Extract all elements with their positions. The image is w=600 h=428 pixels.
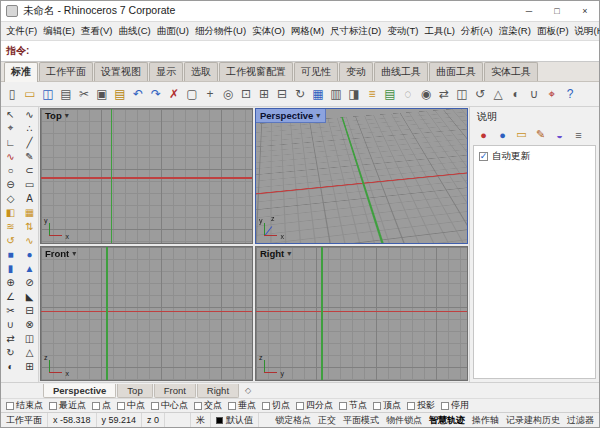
toggle-gumball[interactable]: 操作轴	[472, 414, 499, 427]
toggle-smarttrack[interactable]: 智慧轨迹	[429, 414, 465, 427]
layers-icon[interactable]: ≡	[363, 84, 381, 105]
paste-icon[interactable]: ▤	[111, 84, 129, 105]
boolean-union-icon[interactable]: ⊕	[2, 276, 19, 289]
osnap-knot[interactable]: 节点	[339, 399, 367, 412]
zoom-window-icon[interactable]: ⊡	[237, 84, 255, 105]
osnap-toggle-icon[interactable]: ⌖	[543, 84, 561, 105]
text-icon[interactable]: A	[21, 192, 38, 205]
cut-icon[interactable]: ✂	[75, 84, 93, 105]
copy-objects-icon[interactable]: ◫	[453, 84, 471, 105]
viewport-right-canvas[interactable]	[256, 247, 467, 381]
viewport-front-canvas[interactable]	[41, 247, 252, 381]
osnap-center[interactable]: 中心点	[151, 399, 188, 412]
menu-curve[interactable]: 曲线(C)	[115, 23, 153, 40]
osnap-intersection[interactable]: 交点	[194, 399, 222, 412]
delete-icon[interactable]: ✗	[165, 84, 183, 105]
viewport-top-canvas[interactable]	[41, 109, 252, 243]
maximize-button[interactable]: □	[543, 1, 571, 21]
ellipse-icon[interactable]: ⊖	[2, 178, 19, 191]
box-icon[interactable]: ■	[2, 248, 19, 261]
viewport-front[interactable]: Front ▾ z x	[40, 246, 253, 382]
help-folder-icon[interactable]: ▭	[514, 127, 529, 142]
open-file-icon[interactable]: ▭	[21, 84, 39, 105]
move-icon[interactable]: ⇄	[2, 332, 19, 345]
osnap-project[interactable]: 投影	[407, 399, 435, 412]
tab-standard[interactable]: 标准	[4, 62, 38, 82]
revolve-icon[interactable]: ↺	[2, 234, 19, 247]
menu-render[interactable]: 渲染(R)	[496, 23, 534, 40]
tab-curve-tools[interactable]: 曲线工具	[374, 62, 428, 81]
curve-icon[interactable]: ∿	[2, 150, 19, 163]
display-mode-icon[interactable]: ◨	[345, 84, 363, 105]
tab-cplane[interactable]: 工作平面	[39, 62, 93, 81]
tab-transform[interactable]: 变动	[339, 62, 373, 81]
surface-3pt-icon[interactable]: ◧	[2, 206, 19, 219]
mirror-icon[interactable]: ◐	[507, 84, 525, 105]
tab-visibility[interactable]: 可见性	[294, 62, 338, 81]
osnap-tangent[interactable]: 切点	[262, 399, 290, 412]
points-icon[interactable]: ∴	[21, 122, 38, 135]
osnap-end[interactable]: 结束点	[6, 399, 43, 412]
cylinder-icon[interactable]: ▮	[2, 262, 19, 275]
vptab-perspective[interactable]: Perspective	[43, 384, 116, 398]
arc-icon[interactable]: ⊂	[21, 164, 38, 177]
osnap-near[interactable]: 最近点	[49, 399, 86, 412]
new-viewport-tab-icon[interactable]: ◇	[240, 386, 256, 395]
hide-objects-icon[interactable]: ◌	[399, 84, 417, 105]
tab-set-view[interactable]: 设置视图	[94, 62, 148, 81]
menu-help[interactable]: 说明(H)	[572, 23, 600, 40]
viewport-right-title[interactable]: Right ▾	[256, 247, 296, 260]
cplane-button[interactable]: 工作平面	[1, 413, 48, 427]
mirror-icon[interactable]: ◐	[2, 360, 19, 373]
rectangle-icon[interactable]: ▭	[21, 178, 38, 191]
tab-display[interactable]: 显示	[149, 62, 183, 81]
minimize-button[interactable]: ─	[515, 1, 543, 21]
osnap-disable[interactable]: 停用	[441, 399, 469, 412]
toggle-ortho[interactable]: 正交	[318, 414, 336, 427]
split-icon[interactable]: ⊟	[21, 304, 38, 317]
trim-icon[interactable]: ✂	[2, 304, 19, 317]
toggle-filter[interactable]: 过滤器	[567, 414, 594, 427]
vptab-top[interactable]: Top	[117, 384, 152, 398]
explode-icon[interactable]: ⊗	[21, 318, 38, 331]
tab-viewport-layout[interactable]: 工作视窗配置	[219, 62, 293, 81]
zoom-selected-icon[interactable]: ⊟	[273, 84, 291, 105]
four-viewports-icon[interactable]: ▦	[309, 84, 327, 105]
layer-cell[interactable]: 默认值	[211, 413, 259, 427]
sketch-icon[interactable]: ✎	[21, 150, 38, 163]
chamfer-icon[interactable]: ◣	[21, 290, 38, 303]
lasso-select-icon[interactable]: ∿	[21, 108, 38, 121]
point-icon[interactable]: ⌖	[2, 122, 19, 135]
rotate-icon[interactable]: ↻	[2, 346, 19, 359]
osnap-perpendicular[interactable]: 垂点	[228, 399, 256, 412]
polyline-icon[interactable]: ∟	[2, 136, 19, 149]
help-topics-icon[interactable]: ●	[495, 127, 510, 142]
osnap-point[interactable]: 点	[92, 399, 111, 412]
menu-dimension[interactable]: 尺寸标注(D)	[327, 23, 384, 40]
units-cell[interactable]: 米	[191, 413, 211, 427]
toggle-osnap[interactable]: 物件锁点	[386, 414, 422, 427]
viewport-top[interactable]: Top ▾ y x	[40, 108, 253, 244]
print-icon[interactable]: ▤	[57, 84, 75, 105]
undo-icon[interactable]: ↶	[129, 84, 147, 105]
vptab-right[interactable]: Right	[197, 384, 239, 398]
menu-view[interactable]: 查看(V)	[78, 23, 116, 40]
viewport-front-title[interactable]: Front ▾	[41, 247, 81, 260]
menu-surface[interactable]: 曲面(U)	[154, 23, 192, 40]
help-panel-title[interactable]: 说明	[470, 107, 599, 126]
osnap-mid[interactable]: 中点	[117, 399, 145, 412]
copy-icon[interactable]: ◫	[21, 332, 38, 345]
surface-from-curves-icon[interactable]: ▦	[21, 206, 38, 219]
viewport-right[interactable]: Right ▾ z y	[255, 246, 468, 382]
scale-icon[interactable]: △	[21, 346, 38, 359]
rotate-view-icon[interactable]: ↻	[291, 84, 309, 105]
tab-select[interactable]: 选取	[184, 62, 218, 81]
menu-mesh[interactable]: 网格(M)	[288, 23, 327, 40]
array-icon[interactable]: ⊞	[21, 360, 38, 373]
menu-tools[interactable]: 工具(L)	[421, 23, 458, 40]
zoom-extents-icon[interactable]: ⊞	[255, 84, 273, 105]
select-all-icon[interactable]: ▢	[183, 84, 201, 105]
menu-file[interactable]: 文件(F)	[3, 23, 40, 40]
menu-analyze[interactable]: 分析(A)	[458, 23, 496, 40]
help-list-icon[interactable]: ≡	[571, 127, 586, 142]
